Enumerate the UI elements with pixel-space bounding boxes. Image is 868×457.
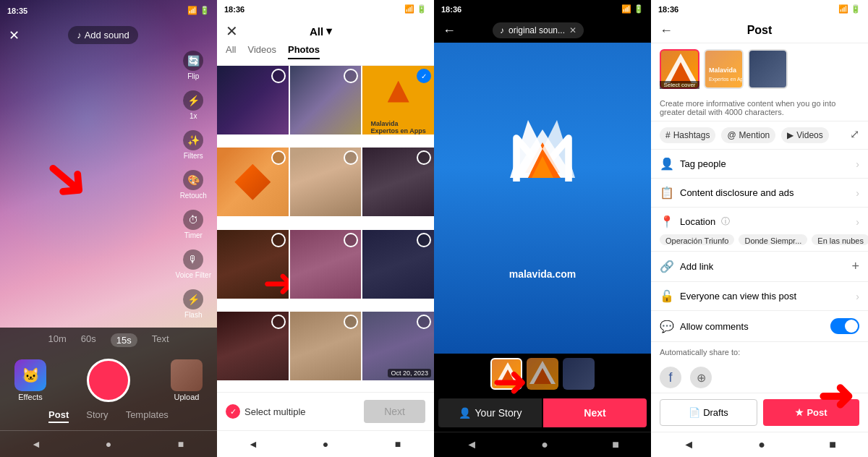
- back-nav-3[interactable]: ◄: [466, 438, 477, 451]
- toggle-knob: [845, 320, 858, 333]
- photo-cell-3[interactable]: MalavidaExpertos en Apps ✓: [362, 66, 434, 134]
- select-circle-10[interactable]: [271, 315, 286, 329]
- cover-thumb-2[interactable]: Malavida Expertos en Apps: [704, 49, 744, 89]
- next-button-gallery[interactable]: Next: [364, 400, 425, 423]
- photo-cell-12[interactable]: Oct 20, 2023: [362, 312, 434, 380]
- status-bar-1: 18:35 📶 🔋: [0, 0, 217, 21]
- expand-icon[interactable]: ⤢: [850, 127, 859, 143]
- timer-60s[interactable]: 60s: [81, 333, 96, 347]
- back-nav-2[interactable]: ◄: [246, 437, 260, 451]
- tag-people-option[interactable]: 👤 Tag people ›: [651, 150, 868, 179]
- next-button-preview[interactable]: Next: [543, 398, 647, 427]
- add-link-plus[interactable]: +: [851, 259, 859, 274]
- recent-nav[interactable]: ■: [174, 437, 188, 451]
- sound-pill[interactable]: ♪ original soun... ✕: [493, 22, 584, 38]
- select-circle-12[interactable]: [417, 315, 431, 329]
- filter-all[interactable]: All: [226, 44, 236, 59]
- back-button-4[interactable]: ←: [660, 23, 673, 38]
- recent-nav-4[interactable]: ■: [829, 438, 836, 451]
- flip-control[interactable]: 🔄 Flip: [176, 51, 211, 80]
- select-circle-9[interactable]: [417, 233, 431, 247]
- content-disclosure-option[interactable]: 📋 Content disclosure and ads ›: [651, 179, 868, 208]
- info-icon: ⓘ: [721, 215, 730, 228]
- select-circle-1[interactable]: [271, 69, 286, 83]
- loc-tag-2[interactable]: Donde Siempr...: [739, 234, 807, 245]
- home-nav-3[interactable]: ●: [541, 438, 548, 451]
- close-button-1[interactable]: ✕: [9, 27, 20, 43]
- select-circle-3[interactable]: ✓: [417, 69, 431, 83]
- loc-tag-1[interactable]: Operación Triunfo: [660, 234, 734, 245]
- tab-post[interactable]: Post: [48, 409, 69, 423]
- diamond-logo: [234, 164, 271, 200]
- effects-button[interactable]: 🐱 Effects: [14, 359, 46, 401]
- thumb-2[interactable]: [527, 358, 558, 390]
- timer-15s[interactable]: 15s: [111, 333, 137, 347]
- view-privacy-option[interactable]: 🔓 Everyone can view this post ›: [651, 282, 868, 311]
- comments-option[interactable]: 💬 Allow comments: [651, 311, 868, 342]
- location-option[interactable]: 📍 Location ⓘ ›: [651, 208, 868, 231]
- retouch-control[interactable]: 🎨 Retouch: [176, 170, 211, 200]
- filters-control[interactable]: ✨ Filters: [176, 130, 211, 160]
- thumb-3[interactable]: [563, 358, 595, 390]
- filter-photos[interactable]: Photos: [288, 44, 320, 59]
- photo-cell-6[interactable]: [362, 148, 434, 216]
- select-circle-8[interactable]: [344, 233, 358, 247]
- select-circle-7[interactable]: [271, 233, 286, 247]
- post-title: Post: [747, 24, 773, 37]
- upload-button[interactable]: Upload: [171, 359, 203, 401]
- close-sound-icon[interactable]: ✕: [569, 25, 576, 35]
- add-sound-button[interactable]: ♪ Add sound: [68, 26, 138, 44]
- flash-control[interactable]: ⚡ Flash: [176, 289, 211, 319]
- loc-tag-3[interactable]: En las nubes: [812, 234, 868, 245]
- photo-cell-9[interactable]: [362, 230, 434, 299]
- post-button[interactable]: ★ Post ➜: [763, 399, 859, 426]
- tab-templates[interactable]: Templates: [126, 409, 169, 423]
- recent-nav-2[interactable]: ■: [391, 437, 405, 451]
- photo-cell-5[interactable]: [290, 148, 362, 216]
- nav-bar-4: ◄ ● ■: [651, 432, 868, 457]
- all-filter-dropdown[interactable]: All ▾: [310, 25, 332, 38]
- photo-cell-1[interactable]: [217, 66, 289, 134]
- photo-cell-4[interactable]: [217, 148, 289, 216]
- speed-control[interactable]: ⚡ 1x: [176, 90, 211, 120]
- record-button[interactable]: [87, 359, 130, 402]
- recent-nav-3[interactable]: ■: [612, 438, 619, 451]
- photo-cell-2[interactable]: [290, 66, 362, 134]
- select-circle-2[interactable]: [344, 69, 358, 83]
- timer-10m[interactable]: 10m: [48, 333, 66, 347]
- mention-tag[interactable]: @ Mention: [721, 127, 775, 143]
- select-circle-11[interactable]: [344, 315, 358, 329]
- voice-filter-control[interactable]: 🎙 Voice Filter: [176, 249, 211, 279]
- select-circle-5[interactable]: [344, 150, 358, 165]
- gallery-panel: 18:36 📶 🔋 ✕ All ▾ All Videos Photos Mala…: [217, 0, 434, 457]
- drafts-button[interactable]: 📄 Drafts: [660, 399, 757, 426]
- photo-cell-11[interactable]: [290, 312, 362, 380]
- select-circle-4[interactable]: [271, 150, 286, 165]
- music-icon-3: ♪: [500, 25, 504, 35]
- facebook-share-icon[interactable]: f: [660, 367, 681, 388]
- timer-text[interactable]: Text: [152, 333, 169, 347]
- select-circle-6[interactable]: [417, 150, 431, 165]
- photo-cell-10[interactable]: [217, 312, 289, 380]
- close-button-2[interactable]: ✕: [226, 22, 238, 40]
- videos-tag[interactable]: ▶ Videos: [781, 127, 828, 143]
- other-share-icon[interactable]: ⊕: [690, 367, 712, 388]
- home-nav[interactable]: ●: [101, 437, 116, 451]
- back-nav[interactable]: ◄: [29, 437, 43, 451]
- preview-header: ← ♪ original soun... ✕: [434, 18, 651, 43]
- select-multiple-button[interactable]: ✓ Select multiple: [226, 404, 306, 419]
- home-nav-2[interactable]: ●: [318, 437, 333, 451]
- tab-story[interactable]: Story: [86, 409, 108, 423]
- location-label: Location: [680, 216, 715, 227]
- filter-videos[interactable]: Videos: [247, 44, 276, 59]
- photo-cell-8[interactable]: [290, 230, 362, 299]
- photo-cell-7[interactable]: ➜: [217, 230, 289, 299]
- cover-thumb-selected[interactable]: Select cover: [660, 49, 699, 89]
- back-button-3[interactable]: ←: [443, 23, 456, 38]
- hashtags-tag[interactable]: # Hashtags: [660, 127, 715, 143]
- home-nav-4[interactable]: ●: [758, 438, 765, 451]
- timer-control[interactable]: ⏱ Timer: [176, 210, 211, 239]
- cover-thumb-3[interactable]: [748, 49, 788, 89]
- back-nav-4[interactable]: ◄: [683, 438, 694, 451]
- allow-comments-toggle[interactable]: [830, 318, 859, 334]
